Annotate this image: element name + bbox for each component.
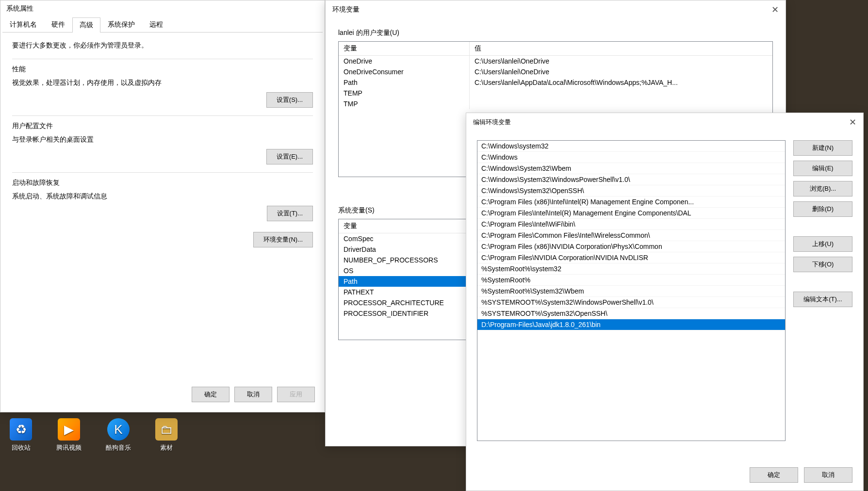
tab-advanced[interactable]: 高级: [72, 17, 100, 33]
list-item[interactable]: %SYSTEMROOT%\System32\WindowsPowerShell\…: [477, 297, 785, 308]
edit-env-variable-window: 编辑环境变量 ✕ C:\Windows\system32C:\WindowsC:…: [466, 113, 864, 491]
recycle-bin-icon: ♻: [10, 418, 32, 441]
section-desc: 与登录帐户相关的桌面设置: [12, 135, 313, 144]
list-item[interactable]: C:\Program Files\Intel\WiFi\bin\: [477, 219, 785, 230]
table-row[interactable]: TEMP: [339, 88, 772, 98]
cell-val: C:\Users\lanlei\AppData\Local\Microsoft\…: [470, 77, 772, 88]
section-title: 用户配置文件: [12, 122, 313, 131]
list-item[interactable]: %SystemRoot%: [477, 275, 785, 286]
cell-var: PROCESSOR_IDENTIFIER: [339, 308, 470, 319]
table-row[interactable]: TMP: [339, 98, 772, 109]
side-buttons: 新建(N) 编辑(E) 浏览(B)... 删除(D) 上移(U) 下移(O) 编…: [793, 140, 852, 441]
cell-var: OneDrive: [339, 56, 470, 66]
section-desc: 视觉效果，处理器计划，内存使用，以及虚拟内存: [12, 79, 313, 87]
user-vars-label: lanlei 的用户变量(U): [338, 29, 773, 37]
icon-label: 回收站: [12, 443, 31, 452]
icon-label: 素材: [160, 443, 173, 452]
col-variable[interactable]: 变量: [339, 219, 470, 233]
dialog-buttons: 确定 取消 应用: [192, 387, 315, 402]
desktop-icons: ♻ 回收站 ▶ 腾讯视频 K 酷狗音乐 🗀 素材: [10, 418, 178, 452]
desktop-icon-folder[interactable]: 🗀 素材: [155, 418, 178, 452]
tab-system-protection[interactable]: 系统保护: [100, 17, 142, 32]
list-item[interactable]: C:\Windows\System32\OpenSSH\: [477, 185, 785, 196]
table-row[interactable]: PathC:\Users\lanlei\AppData\Local\Micros…: [339, 77, 772, 88]
apply-button[interactable]: 应用: [277, 387, 315, 402]
cell-val: [470, 88, 772, 98]
tab-computer-name[interactable]: 计算机名: [2, 17, 44, 32]
user-profiles-section: 用户配置文件 与登录帐户相关的桌面设置 设置(E)...: [12, 115, 313, 172]
cell-val: C:\Users\lanlei\OneDrive: [470, 56, 772, 66]
tab-bar: 计算机名 硬件 高级 系统保护 远程: [2, 17, 323, 33]
dialog-buttons: 确定 取消: [750, 467, 852, 483]
cancel-button[interactable]: 取消: [804, 467, 852, 483]
cell-var: Path: [339, 276, 470, 287]
list-item[interactable]: C:\Program Files\Common Files\Intel\Wire…: [477, 230, 785, 241]
profile-settings-button[interactable]: 设置(E)...: [266, 149, 313, 164]
section-desc: 系统启动、系统故障和调试信息: [12, 192, 313, 201]
cancel-button[interactable]: 取消: [234, 387, 272, 402]
section-title: 启动和故障恢复: [12, 179, 313, 187]
window-title: 环境变量: [332, 5, 360, 14]
list-item[interactable]: C:\Program Files (x86)\Intel\Intel(R) Ma…: [477, 196, 785, 208]
edit-button[interactable]: 编辑(E): [793, 161, 852, 176]
titlebar: 编辑环境变量 ✕: [466, 113, 863, 131]
startup-section: 启动和故障恢复 系统启动、系统故障和调试信息 设置(T)...: [12, 172, 313, 229]
cell-var: TMP: [339, 98, 470, 109]
cell-var: PATHEXT: [339, 287, 470, 297]
cell-var: NUMBER_OF_PROCESSORS: [339, 255, 470, 265]
body: C:\Windows\system32C:\WindowsC:\Windows\…: [466, 131, 863, 450]
close-icon[interactable]: ✕: [849, 118, 856, 127]
list-item[interactable]: C:\Windows: [477, 152, 785, 163]
list-item[interactable]: %SystemRoot%\System32\Wbem: [477, 286, 785, 297]
list-item[interactable]: C:\Windows\System32\WindowsPowerShell\v1…: [477, 174, 785, 185]
tencent-video-icon: ▶: [58, 418, 80, 441]
col-variable[interactable]: 变量: [339, 42, 470, 55]
startup-settings-button[interactable]: 设置(T)...: [267, 206, 313, 221]
list-item[interactable]: D:\Program-Files\Java\jdk1.8.0_261\bin: [477, 319, 785, 330]
cell-var: OS: [339, 265, 470, 276]
admin-warning: 要进行大多数更改，你必须作为管理员登录。: [12, 41, 313, 50]
new-button[interactable]: 新建(N): [793, 140, 852, 156]
moveup-button[interactable]: 上移(U): [793, 236, 852, 252]
path-list[interactable]: C:\Windows\system32C:\WindowsC:\Windows\…: [477, 140, 786, 441]
col-value[interactable]: 值: [470, 42, 772, 55]
cell-var: ComSpec: [339, 233, 470, 244]
list-item[interactable]: C:\Windows\System32\Wbem: [477, 163, 785, 174]
cell-val: C:\Users\lanlei\OneDrive: [470, 66, 772, 77]
edittext-button[interactable]: 编辑文本(T)...: [793, 292, 852, 307]
list-item[interactable]: C:\Windows\system32: [477, 141, 785, 152]
ok-button[interactable]: 确定: [750, 467, 798, 483]
perf-settings-button[interactable]: 设置(S)...: [266, 92, 313, 108]
cell-var: Path: [339, 77, 470, 88]
system-properties-window: 系统属性 计算机名 硬件 高级 系统保护 远程 要进行大多数更改，你必须作为管理…: [0, 0, 325, 412]
close-icon[interactable]: ✕: [771, 5, 779, 14]
desktop-icon-tencent[interactable]: ▶ 腾讯视频: [56, 418, 82, 452]
titlebar: 环境变量 ✕: [326, 0, 786, 19]
tab-remote[interactable]: 远程: [142, 17, 170, 32]
desktop-icon-recycle[interactable]: ♻ 回收站: [10, 418, 32, 452]
delete-button[interactable]: 删除(D): [793, 201, 852, 217]
list-item[interactable]: C:\Program Files\NVIDIA Corporation\NVID…: [477, 252, 785, 263]
list-item[interactable]: C:\Program Files\Intel\Intel(R) Manageme…: [477, 208, 785, 219]
tab-hardware[interactable]: 硬件: [44, 17, 72, 32]
table-row[interactable]: OneDriveConsumerC:\Users\lanlei\OneDrive: [339, 66, 772, 77]
icon-label: 腾讯视频: [56, 443, 82, 452]
tab-body: 要进行大多数更改，你必须作为管理员登录。 性能 视觉效果，处理器计划，内存使用，…: [0, 33, 325, 256]
icon-label: 酷狗音乐: [106, 443, 131, 452]
movedown-button[interactable]: 下移(O): [793, 257, 852, 272]
ok-button[interactable]: 确定: [192, 387, 229, 402]
browse-button[interactable]: 浏览(B)...: [793, 181, 852, 196]
cell-var: PROCESSOR_ARCHITECTURE: [339, 297, 470, 308]
cell-var: DriverData: [339, 244, 470, 255]
list-item[interactable]: C:\Program Files (x86)\NVIDIA Corporatio…: [477, 241, 785, 252]
folder-icon: 🗀: [155, 418, 178, 441]
window-title: 系统属性: [0, 0, 325, 17]
env-vars-button[interactable]: 环境变量(N)...: [253, 232, 313, 247]
section-title: 性能: [12, 65, 313, 74]
kugou-music-icon: K: [107, 418, 130, 441]
table-row[interactable]: OneDriveC:\Users\lanlei\OneDrive: [339, 56, 772, 66]
grid-header: 变量 值: [339, 42, 772, 56]
desktop-icon-kugou[interactable]: K 酷狗音乐: [106, 418, 131, 452]
list-item[interactable]: %SYSTEMROOT%\System32\OpenSSH\: [477, 308, 785, 319]
list-item[interactable]: %SystemRoot%\system32: [477, 263, 785, 275]
